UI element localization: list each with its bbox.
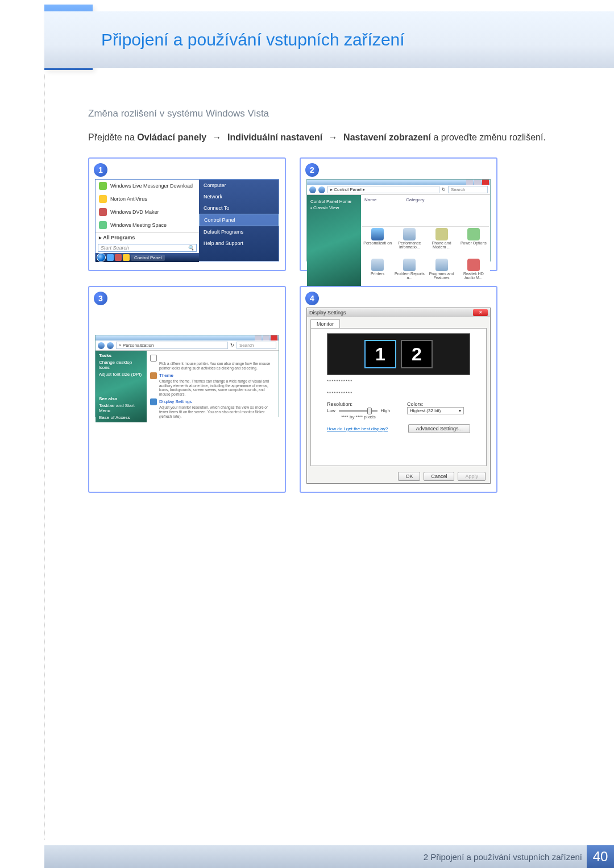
- cp-column-headers: NameCategory: [362, 197, 489, 227]
- nav-fwd-icon[interactable]: [318, 186, 325, 193]
- control-panel-window: ▸ Control Panel ▸ ↻ Search Control Panel…: [306, 179, 491, 261]
- meeting-icon: [99, 221, 107, 229]
- sidebar-link[interactable]: Ease of Access: [99, 415, 143, 420]
- start-menu-item[interactable]: Windows DVD Maker: [96, 206, 199, 219]
- start-right-item-highlight[interactable]: Control Panel: [199, 214, 279, 226]
- margin-rule: [44, 74, 45, 840]
- nav-back-icon[interactable]: [98, 342, 105, 349]
- theme-icon: [150, 372, 157, 379]
- taskbar: Control Panel: [96, 253, 199, 262]
- resolution-slider[interactable]: Low High: [327, 408, 390, 413]
- start-search-input[interactable]: Start Search🔍: [98, 244, 197, 252]
- section-subtitle: Změna rozlišení v systému Windows Vista: [88, 108, 569, 119]
- tab-monitor[interactable]: Monitor: [310, 319, 340, 328]
- maximize-icon[interactable]: [474, 180, 481, 185]
- instruction-step3: Nastavení zobrazení: [343, 132, 431, 142]
- minimize-icon[interactable]: [466, 180, 473, 185]
- search-icon: 🔍: [188, 245, 194, 251]
- screenshot-panel-4: 4 Display Settings ✕ Monitor 1 2 *******…: [300, 286, 497, 493]
- display-settings-dialog: Display Settings ✕ Monitor 1 2 *********…: [306, 308, 491, 484]
- problem-icon: [403, 259, 416, 271]
- cancel-button[interactable]: Cancel: [424, 472, 454, 481]
- close-icon[interactable]: [271, 335, 277, 340]
- start-menu-item[interactable]: Windows Live Messenger Download: [96, 180, 199, 193]
- apply-button[interactable]: Apply: [458, 472, 486, 481]
- start-orb-icon[interactable]: [97, 253, 106, 262]
- instruction-prefix: Přejděte na: [88, 132, 137, 142]
- dialog-titlebar: Display Settings ✕: [307, 308, 490, 317]
- monitor-2[interactable]: 2: [401, 340, 433, 368]
- cp-icon-grid: NameCategory Personalizati on Performanc…: [361, 195, 490, 290]
- cp-item[interactable]: Programs and Features: [426, 259, 457, 288]
- pixels-readout: **** by **** pixels: [327, 414, 390, 420]
- cp-item[interactable]: Personalizati on: [362, 228, 393, 258]
- pz-main: Pick a different mouse pointer. You can …: [147, 351, 279, 422]
- breadcrumb[interactable]: ▸ Control Panel ▸: [327, 186, 439, 193]
- slider-low: Low: [327, 408, 335, 413]
- step-badge-4: 4: [305, 292, 319, 305]
- cp-classic-link[interactable]: • Classic View: [310, 205, 358, 211]
- tab-body: 1 2 *********** *********** Resolution: …: [310, 328, 487, 466]
- ok-button[interactable]: OK: [398, 472, 420, 481]
- nav-back-icon[interactable]: [309, 186, 316, 193]
- theme-link[interactable]: Theme: [150, 372, 275, 379]
- slider-thumb[interactable]: [367, 408, 372, 414]
- refresh-icon[interactable]: ↻: [230, 343, 234, 348]
- start-menu: Windows Live Messenger Download Norton A…: [95, 179, 279, 261]
- search-input[interactable]: Search: [237, 342, 276, 349]
- chapter-title: Připojení a používání vstupních zařízení: [101, 30, 405, 49]
- start-right-item[interactable]: Default Programs: [199, 226, 279, 238]
- cp-item[interactable]: Phone and Modem ...: [426, 228, 457, 258]
- cp-item[interactable]: Problem Reports a...: [394, 259, 425, 288]
- realtek-icon: [467, 259, 480, 271]
- refresh-icon[interactable]: ↻: [442, 187, 446, 192]
- mouse-pointer-section: [150, 355, 275, 362]
- taskbar-icon[interactable]: [123, 254, 130, 261]
- all-programs[interactable]: ▸ All Programs: [96, 232, 199, 243]
- taskbar-button[interactable]: Control Panel: [131, 255, 165, 261]
- search-input[interactable]: Search: [448, 186, 488, 193]
- minimize-icon[interactable]: [255, 335, 262, 340]
- personalization-icon: [371, 228, 384, 240]
- taskbar-icon[interactable]: [115, 254, 122, 261]
- sidebar-link[interactable]: Adjust font size (DPI): [99, 372, 143, 377]
- start-menu-item[interactable]: Windows Meeting Space: [96, 219, 199, 232]
- checkbox-2[interactable]: ***********: [327, 391, 470, 396]
- page-footer: 2 Připojení a používání vstupních zaříze…: [44, 845, 614, 868]
- start-menu-item[interactable]: Norton AntiVirus: [96, 193, 199, 206]
- cp-item[interactable]: Printers: [362, 259, 393, 288]
- monitor-1[interactable]: 1: [364, 340, 396, 368]
- cp-item[interactable]: Power Options: [458, 228, 489, 258]
- window-titlebar: [96, 335, 279, 340]
- nav-fwd-icon[interactable]: [107, 342, 114, 349]
- display-settings-link[interactable]: Display Settings: [150, 398, 275, 405]
- msn-icon: [99, 182, 107, 190]
- close-icon[interactable]: ✕: [473, 309, 488, 316]
- sidebar-link[interactable]: Taskbar and Start Menu: [99, 403, 143, 413]
- chevron-down-icon: ▾: [459, 408, 461, 413]
- address-bar: « Personalization ↻ Search: [96, 340, 279, 351]
- close-icon[interactable]: [482, 180, 489, 185]
- colors-select[interactable]: Highest (32 bit)▾: [407, 407, 464, 414]
- screenshot-grid: 1 Windows Live Messenger Download Norton…: [88, 157, 497, 493]
- cp-home-link[interactable]: Control Panel Home: [310, 198, 358, 205]
- checkbox-1[interactable]: ***********: [327, 379, 470, 384]
- programs-icon: [435, 259, 448, 271]
- start-right-item[interactable]: Computer: [199, 180, 279, 191]
- dialog-buttons: OK Cancel Apply: [307, 470, 490, 483]
- mouse-desc: Pick a different mouse pointer. You can …: [159, 362, 275, 371]
- help-link[interactable]: How do I get the best display?: [327, 426, 388, 431]
- start-right-item[interactable]: Help and Support: [199, 238, 279, 249]
- breadcrumb[interactable]: « Personalization: [116, 342, 228, 349]
- advanced-button[interactable]: Advanced Settings...: [408, 424, 470, 433]
- cp-item[interactable]: Performance Informatio...: [394, 228, 425, 258]
- display-icon: [150, 398, 157, 405]
- sidebar-link[interactable]: Change desktop icons: [99, 360, 143, 370]
- taskbar-icon[interactable]: [107, 254, 114, 261]
- cp-item[interactable]: Realtek HD Audio M...: [458, 259, 489, 288]
- maximize-icon[interactable]: [263, 335, 269, 340]
- start-right-item[interactable]: Connect To: [199, 202, 279, 214]
- start-right-item[interactable]: Network: [199, 191, 279, 202]
- personalization-window: « Personalization ↻ Search Tasks Change …: [95, 335, 279, 417]
- chapter-header: Připojení a používání vstupních zařízení: [44, 11, 614, 68]
